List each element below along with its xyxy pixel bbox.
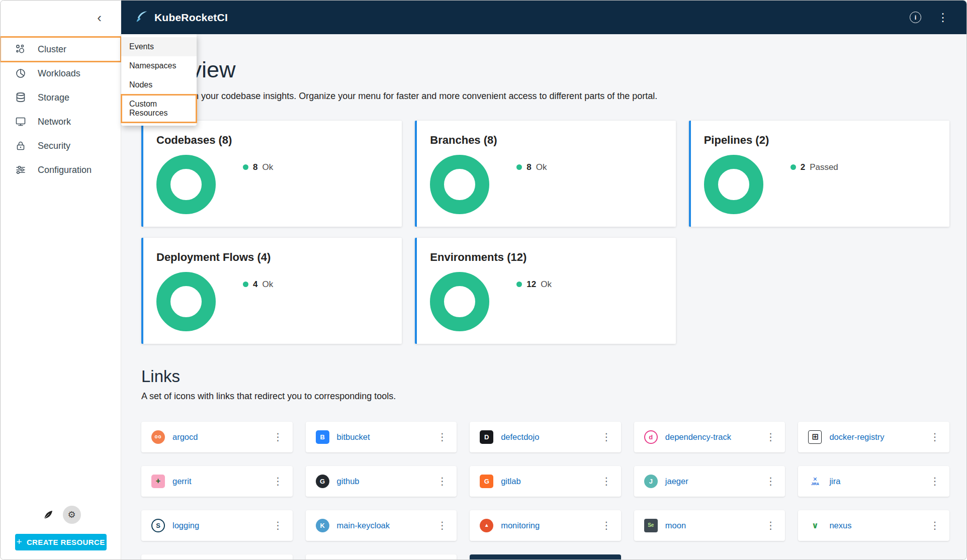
link-kebab-icon[interactable]: ⋮ xyxy=(433,473,451,490)
sidebar-bottom: ⚙ + CREATE RESOURCE xyxy=(1,506,121,559)
cluster-submenu: Events Namespaces Nodes Custom Resources xyxy=(121,34,197,126)
stat-card-title: Environments (12) xyxy=(430,251,662,264)
links-section-title: Links xyxy=(141,367,949,386)
link-kebab-icon[interactable]: ⋮ xyxy=(762,428,779,445)
tool-logo-glyph: + xyxy=(156,477,160,485)
link-kebab-icon[interactable]: ⋮ xyxy=(926,517,943,534)
tool-link[interactable]: github xyxy=(337,477,360,486)
sidebar-item-configuration[interactable]: Configuration xyxy=(1,158,121,182)
link-kebab-icon[interactable]: ⋮ xyxy=(598,517,615,534)
tool-logo-glyph: B xyxy=(320,434,324,440)
topbar: KubeRocketCI i ⋮ xyxy=(121,1,966,34)
stat-card: Environments (12) 12 Ok xyxy=(415,238,675,344)
link-card: oo argocd ⋮ xyxy=(141,422,293,452)
legend-status: Ok xyxy=(536,162,547,172)
menu-item-namespaces[interactable]: Namespaces xyxy=(121,56,197,75)
link-card-partial xyxy=(141,554,293,559)
tool-logo-icon: B xyxy=(316,430,329,444)
tool-logo-glyph: J xyxy=(649,478,653,485)
sidebar-item-label: Security xyxy=(38,141,70,151)
link-kebab-icon[interactable]: ⋮ xyxy=(433,517,451,534)
link-card-partial xyxy=(306,554,457,559)
tool-logo-icon: + xyxy=(151,475,165,488)
sidebar-item-network[interactable]: Network xyxy=(1,110,121,134)
quill-pen-button[interactable] xyxy=(41,507,56,522)
link-card: + gerrit ⋮ xyxy=(141,466,293,497)
tool-logo-icon: D xyxy=(480,430,493,444)
topbar-kebab-icon[interactable]: ⋮ xyxy=(934,10,951,25)
tool-logo-glyph: G xyxy=(320,478,325,485)
sidebar-item-security[interactable]: Security xyxy=(1,134,121,158)
sidebar-item-storage[interactable]: Storage xyxy=(1,85,121,110)
sidebar-collapse-button[interactable]: ‹ xyxy=(97,11,102,24)
tool-link[interactable]: logging xyxy=(172,521,199,530)
tool-logo-glyph: S xyxy=(156,522,160,529)
tool-logo-icon: K xyxy=(316,519,329,532)
create-resource-button[interactable]: + CREATE RESOURCE xyxy=(15,534,107,550)
tool-link[interactable]: nexus xyxy=(829,521,851,530)
menu-item-custom-resources[interactable]: Custom Resources xyxy=(121,95,197,123)
menu-item-events[interactable]: Events xyxy=(121,37,197,56)
tool-link[interactable]: bitbucket xyxy=(337,432,370,442)
menu-item-nodes[interactable]: Nodes xyxy=(121,75,197,95)
tool-logo-icon: oo xyxy=(151,430,165,444)
link-kebab-icon[interactable]: ⋮ xyxy=(270,428,287,445)
info-icon[interactable]: i xyxy=(910,12,921,23)
settings-gear-button[interactable]: ⚙ xyxy=(63,506,81,524)
legend-status: Passed xyxy=(810,162,838,172)
link-kebab-icon[interactable]: ⋮ xyxy=(762,473,779,490)
tool-link[interactable]: gerrit xyxy=(172,477,192,486)
plus-icon: + xyxy=(16,536,22,547)
tool-logo-icon: Se xyxy=(644,519,658,532)
link-kebab-icon[interactable]: ⋮ xyxy=(598,428,615,445)
stat-card-title: Codebases (8) xyxy=(156,134,389,147)
tool-link[interactable]: monitoring xyxy=(501,521,540,530)
link-card: D defectdojo ⋮ xyxy=(470,422,621,452)
stat-legend: 12 Ok xyxy=(516,279,552,290)
tool-link[interactable]: jira xyxy=(829,477,840,486)
tool-logo-glyph: ▲ xyxy=(484,523,489,528)
link-kebab-icon[interactable]: ⋮ xyxy=(926,428,943,445)
link-kebab-icon[interactable]: ⋮ xyxy=(926,473,943,490)
tool-logo-icon: ∨ xyxy=(808,519,822,532)
stat-card-body: 12 Ok xyxy=(430,272,662,331)
sidebar-item-cluster[interactable]: Cluster xyxy=(1,37,121,61)
tool-link[interactable]: docker-registry xyxy=(829,432,884,442)
tool-link[interactable]: gitlab xyxy=(501,477,520,486)
stats-grid: Codebases (8) 8 Ok Branches (8) xyxy=(141,121,949,344)
link-kebab-icon[interactable]: ⋮ xyxy=(598,473,615,490)
link-card: S logging ⋮ xyxy=(141,510,293,541)
link-kebab-icon[interactable]: ⋮ xyxy=(433,428,451,445)
tool-logo-icon: d xyxy=(644,430,658,444)
link-kebab-icon[interactable]: ⋮ xyxy=(270,517,287,534)
storage-icon xyxy=(15,91,27,104)
brand-name: KubeRocketCI xyxy=(154,12,228,24)
tool-logo-icon: J xyxy=(644,475,658,488)
legend-dot xyxy=(243,282,248,287)
tool-logo-glyph: d xyxy=(649,434,653,440)
tool-logo-icon: G xyxy=(480,475,493,488)
donut-chart xyxy=(430,272,489,331)
tool-link[interactable]: argocd xyxy=(172,432,198,442)
stat-card-body: 8 Ok xyxy=(430,155,662,214)
tool-link[interactable]: moon xyxy=(665,521,686,530)
workloads-icon xyxy=(15,67,27,79)
stat-card-body: 4 Ok xyxy=(156,272,389,331)
tool-link[interactable]: dependency-track xyxy=(665,432,731,442)
stat-card: Deployment Flows (4) 4 Ok xyxy=(141,238,402,344)
link-kebab-icon[interactable]: ⋮ xyxy=(270,473,287,490)
tool-link[interactable]: main-keycloak xyxy=(337,521,390,530)
tool-link[interactable]: defectdojo xyxy=(501,432,539,442)
sidebar-item-label: Cluster xyxy=(38,44,66,55)
sidebar-item-label: Configuration xyxy=(38,165,92,175)
tool-logo-icon: ▲ xyxy=(480,519,493,532)
donut-chart xyxy=(156,155,216,214)
sidebar-nav: Cluster Workloads Storag xyxy=(1,34,121,182)
tool-link[interactable]: jaeger xyxy=(665,477,688,486)
link-kebab-icon[interactable]: ⋮ xyxy=(762,517,779,534)
sidebar-header: ‹ xyxy=(1,1,121,34)
tool-logo-icon: ⊞ xyxy=(808,430,822,444)
sidebar-item-workloads[interactable]: Workloads xyxy=(1,61,121,85)
tool-logo-glyph: G xyxy=(484,478,489,485)
legend-dot xyxy=(243,164,248,170)
